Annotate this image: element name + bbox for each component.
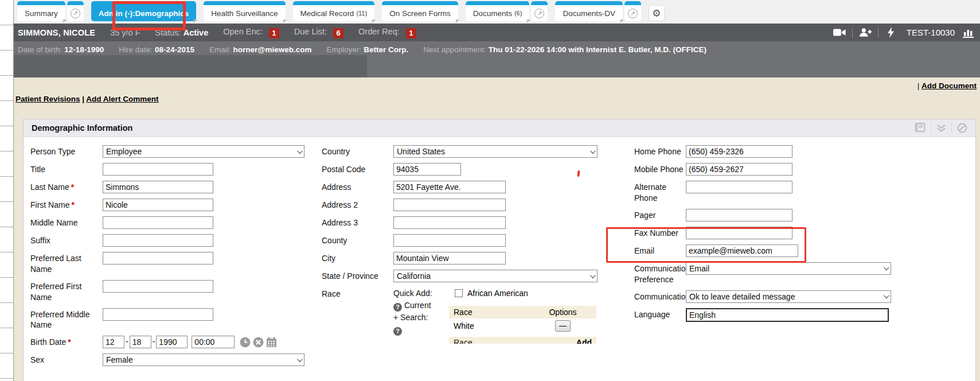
calendar-icon[interactable] xyxy=(266,337,277,348)
order-req-label: Order Req: xyxy=(358,27,400,36)
email-field-label: Email xyxy=(634,244,686,257)
birth-time-input[interactable] xyxy=(192,336,235,348)
tab-documents-dv[interactable]: Documents-DV xyxy=(555,1,623,21)
sex-select[interactable]: Female xyxy=(103,353,304,366)
african-american-checkbox[interactable] xyxy=(455,289,463,297)
state-province-select[interactable]: California xyxy=(393,270,598,282)
birth-year-input[interactable] xyxy=(156,336,188,348)
field-postal-code: Postal Code xyxy=(322,163,626,176)
left-edge-strip xyxy=(0,0,14,381)
patient-age-sex: 35 y/o F xyxy=(110,28,140,37)
suffix-input[interactable] xyxy=(103,234,213,247)
middle-name-input[interactable] xyxy=(103,216,213,229)
lightning-icon[interactable] xyxy=(883,27,900,38)
communication-preference-select[interactable]: Email xyxy=(686,262,891,275)
pager-input[interactable] xyxy=(686,209,792,221)
title-input[interactable] xyxy=(103,163,213,176)
race-table: Race Options White — xyxy=(449,306,596,333)
field-race: Race Quick Add: ? Current + Search: ? Af… xyxy=(322,287,626,344)
tab-documents-dv-popout[interactable]: ↗ xyxy=(624,1,641,21)
chevron-down-icon xyxy=(884,293,889,298)
communication-select[interactable]: Ok to leave detailed message xyxy=(686,290,891,303)
race-label: Race xyxy=(322,287,393,344)
due-list-badge[interactable]: 6 xyxy=(333,28,343,38)
preferred-first-name-input[interactable] xyxy=(103,280,213,293)
county-input[interactable] xyxy=(393,234,506,247)
field-alternate-phone: Alternate Phone xyxy=(634,181,967,204)
patient-header-bar: SIMMONS, NICOLE 35 y/o F Status: Active … xyxy=(14,24,980,41)
postal-code-input[interactable] xyxy=(393,163,461,176)
email-input[interactable] xyxy=(686,244,798,257)
address-2-input[interactable] xyxy=(393,199,506,211)
external-link-icon: ↗ xyxy=(628,9,638,18)
first-name-input[interactable] xyxy=(103,199,213,211)
required-marker: * xyxy=(68,337,71,347)
city-input[interactable] xyxy=(393,252,506,265)
chevron-down-icon xyxy=(884,265,889,270)
birth-day-input[interactable] xyxy=(130,336,151,348)
field-city: City xyxy=(322,252,626,265)
address-input[interactable] xyxy=(393,181,506,193)
email-label: Email: xyxy=(209,45,231,54)
tab-settings-button[interactable]: ⚙ xyxy=(649,5,665,21)
tab-documents-popout[interactable]: ↗ xyxy=(531,1,548,21)
sex-label: Sex xyxy=(30,353,103,366)
address-3-input[interactable] xyxy=(393,216,506,229)
order-req-badge[interactable]: 1 xyxy=(406,28,416,38)
patient-revisions-link[interactable]: Patient Revisions xyxy=(15,95,80,103)
add-alert-comment-link[interactable]: Add Alert Comment xyxy=(86,95,158,103)
tab-on-screen-forms[interactable]: On Screen Forms xyxy=(382,1,458,21)
tab-medical-record-count: (11) xyxy=(356,10,367,17)
add-person-icon[interactable] xyxy=(857,28,874,37)
book-icon[interactable] xyxy=(914,123,926,133)
tab-summary[interactable]: Summary xyxy=(17,1,65,21)
person-type-select[interactable]: Employee xyxy=(103,145,304,158)
fax-number-input[interactable] xyxy=(686,227,792,239)
tab-health-surveillance[interactable]: Health Surveillance xyxy=(204,1,285,21)
add-document-separator: | xyxy=(917,81,920,90)
clear-icon[interactable] xyxy=(253,337,264,348)
due-list-label: Due List: xyxy=(294,27,327,36)
clock-icon[interactable] xyxy=(240,337,251,348)
chart-icon[interactable] xyxy=(961,28,978,38)
tab-documents[interactable]: Documents (6) xyxy=(466,1,530,21)
tab-admin-demographics[interactable]: Admin (-):Demographics xyxy=(91,1,197,21)
last-name-input[interactable] xyxy=(103,181,213,193)
preferred-middle-name-input[interactable] xyxy=(103,308,213,321)
open-enc-label: Open Enc: xyxy=(223,27,263,36)
mobile-phone-input[interactable] xyxy=(686,163,792,176)
double-chevron-down-icon[interactable] xyxy=(936,124,946,133)
no-entry-icon[interactable] xyxy=(957,123,967,133)
field-address: Address xyxy=(322,181,626,193)
next-appointment-label: Next appointment: xyxy=(423,45,486,54)
patient-id: TEST-10030 xyxy=(907,28,955,37)
external-link-icon: ↗ xyxy=(534,9,544,18)
remove-race-button[interactable]: — xyxy=(555,320,571,332)
video-camera-icon[interactable] xyxy=(831,28,848,37)
panel-body: Person Type Employee Title Last Name* xyxy=(24,137,975,381)
open-enc-badge[interactable]: 1 xyxy=(269,28,279,38)
country-select[interactable]: United States xyxy=(393,145,598,158)
birth-month-input[interactable] xyxy=(103,336,124,348)
preferred-last-name-label: Preferred Last Name xyxy=(30,252,103,275)
last-name-label: Last Name xyxy=(30,182,69,192)
tab-medical-record[interactable]: Medical Record (11) xyxy=(293,1,375,21)
race-add-link[interactable]: Add xyxy=(576,338,592,343)
options-column-header: Options xyxy=(529,306,596,318)
content-area: | Add Document Patient Revisions | Add A… xyxy=(14,77,980,381)
tab-summary-popout[interactable]: ↗ xyxy=(67,1,84,21)
language-input[interactable] xyxy=(686,308,889,322)
add-document-link[interactable]: Add Document xyxy=(922,81,977,90)
chevron-down-icon xyxy=(297,148,303,154)
home-phone-label: Home Phone xyxy=(634,145,686,158)
preferred-middle-name-label: Preferred Middle Name xyxy=(30,308,103,331)
demographic-information-panel: Demographic Information xyxy=(23,119,976,381)
help-icon[interactable]: ? xyxy=(393,327,402,336)
alternate-phone-input[interactable] xyxy=(686,181,792,193)
employer-value: Better Corp. xyxy=(364,45,408,54)
preferred-last-name-input[interactable] xyxy=(103,252,213,265)
home-phone-input[interactable] xyxy=(686,145,792,158)
birth-date-label: Birth Date xyxy=(30,337,66,347)
race-quick-add-label: Quick Add: xyxy=(393,289,432,298)
help-icon[interactable]: ? xyxy=(393,303,402,312)
